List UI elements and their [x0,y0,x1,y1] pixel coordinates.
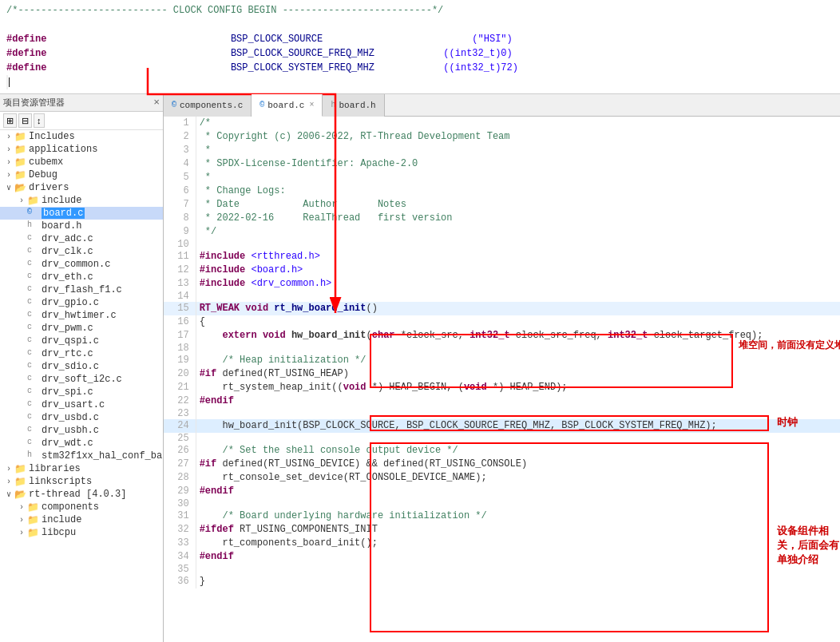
sidebar-tree[interactable]: › 📁 Includes › 📁 applications › 📁 cubemx [0,130,163,642]
top-line-3: #define BSP_CLOCK_SOURCE ("HSI") [6,32,834,46]
linkscripts-arrow: › [3,478,14,486]
sidebar-item-drv-usbd[interactable]: c drv_usbd.c [0,411,163,424]
includes-folder-icon: 📁 [14,131,27,142]
sidebar-item-drv-sdio[interactable]: c drv_sdio.c [0,360,163,373]
sidebar-item-linkscripts[interactable]: › 📁 linkscripts [0,475,163,488]
code-line-14: 14 [164,291,840,302]
sidebar-btn-3[interactable]: ↕ [34,113,45,128]
code-line-6: 6 * Change Logs: [164,184,840,198]
sidebar-item-drivers[interactable]: ∨ 📂 drivers [0,181,163,194]
tab-board-h[interactable]: h board.h [323,94,384,117]
drv-clk-icon: c [27,246,40,257]
code-line-15: 15 RT_WEAK void rt_hw_board_init() [164,302,840,315]
code-line-20: 20 #if defined(RT_USING_HEAP) [164,367,840,381]
code-line-31: 31 /* Board underlying hardware initiali… [164,509,840,523]
sidebar-item-drv-clk[interactable]: c drv_clk.c [0,245,163,258]
code-line-4: 4 * SPDX-License-Identifier: Apache-2.0 [164,157,840,171]
sidebar-item-include[interactable]: › 📁 include [0,194,163,207]
sidebar-item-drv-eth[interactable]: c drv_eth.c [0,271,163,283]
sidebar-item-drv-soft-i2c[interactable]: c drv_soft_i2c.c [0,373,163,386]
sidebar-item-drv-qspi[interactable]: c drv_qspi.c [0,335,163,347]
sidebar: 项目资源管理器 × ⊞ ⊟ ↕ › 📁 Includes › 📁 applica… [0,94,164,642]
code-line-16: 16 { [164,315,840,329]
stm32-hal-icon: h [27,450,40,462]
sidebar-item-libcpu[interactable]: › 📁 libcpu [0,526,163,539]
include-label: include [42,195,81,206]
sidebar-item-cubemx[interactable]: › 📁 cubemx [0,156,163,168]
top-line-5: #define BSP_CLOCK_SYSTEM_FREQ_MHZ ((int3… [6,61,834,75]
components-arrow: › [16,503,27,512]
drv-usbd-icon: c [27,412,40,423]
sidebar-btn-2[interactable]: ⊟ [18,113,32,128]
sidebar-item-board-h[interactable]: h board.h [0,220,163,232]
libraries-folder-icon: 📁 [14,463,27,474]
sidebar-item-libraries[interactable]: › 📁 libraries [0,462,163,475]
code-line-23: 23 [164,408,840,419]
sidebar-item-drv-adc[interactable]: c drv_adc.c [0,232,163,245]
libcpu-arrow: › [16,529,27,537]
sidebar-item-components[interactable]: › 📁 components [0,501,163,513]
define-name-1 [53,34,225,45]
sidebar-item-drv-usart[interactable]: c drv_usart.c [0,398,163,411]
define-kw-2: #define [6,48,46,59]
tab-components-c[interactable]: © components.c [164,94,252,117]
define-val-1: ("HSI") [472,34,512,45]
sidebar-btn-1[interactable]: ⊞ [3,113,17,128]
drv-adc-icon: c [27,233,40,244]
tab-board-h-label: board.h [339,101,376,110]
sidebar-item-applications[interactable]: › 📁 applications [0,143,163,156]
debug-label: Debug [29,169,57,180]
sidebar-item-stm32-hal[interactable]: h stm32f1xx_hal_conf_ba [0,450,163,462]
tab-board-c[interactable]: © board.c × [252,94,323,117]
define-name-1b: BSP_CLOCK_SOURCE [231,34,323,45]
sidebar-title: 项目资源管理器 [3,97,153,109]
board-c-icon: © [27,208,40,219]
code-line-18: 18 [164,343,840,354]
drv-adc-label: drv_adc.c [42,233,93,244]
code-line-28: 28 rt_console_set_device(RT_CONSOLE_DEVI… [164,471,840,485]
sidebar-item-includes[interactable]: › 📁 Includes [0,130,163,143]
drv-sdio-icon: c [27,361,40,372]
sidebar-item-drv-spi[interactable]: c drv_spi.c [0,386,163,398]
code-line-11: 11 #include <rtthread.h> [164,250,840,264]
tab-bar: © components.c © board.c × h board.h [164,94,840,117]
code-line-12: 12 #include <board.h> [164,264,840,277]
sidebar-close-btn[interactable]: × [153,97,160,109]
sidebar-item-drv-rtc[interactable]: c drv_rtc.c [0,347,163,360]
sidebar-item-drv-usbh[interactable]: c drv_usbh.c [0,424,163,437]
cubemx-arrow: › [3,158,14,167]
top-line-6: | [6,75,834,89]
board-c-label: board.c [42,208,85,219]
sidebar-item-drv-flash[interactable]: c drv_flash_f1.c [0,283,163,296]
drv-pwm-icon: c [27,323,40,334]
stm32-hal-label: stm32f1xx_hal_conf_ba [42,450,162,462]
sidebar-item-debug[interactable]: › 📁 Debug [0,168,163,181]
drivers-folder-icon: 📂 [14,182,27,193]
rt-include-arrow: › [16,516,27,525]
sidebar-item-drv-gpio[interactable]: c drv_gpio.c [0,296,163,309]
sidebar-item-drv-common[interactable]: c drv_common.c [0,258,163,271]
define-spaces-2 [380,48,438,59]
tab-board-c-close[interactable]: × [309,101,314,109]
tab-board-h-icon: h [331,101,335,109]
code-line-24: 24 hw_board_init(BSP_CLOCK_SOURCE, BSP_C… [164,419,840,433]
define-val-2: ((int32_t)0) [443,48,512,59]
code-line-3: 3 * [164,144,840,157]
define-val-3: ((int32_t)72) [443,62,518,73]
sidebar-item-board-c[interactable]: © board.c [0,207,163,220]
applications-arrow: › [3,145,14,154]
code-line-10: 10 [164,239,840,250]
components-label: components [42,501,99,513]
sidebar-item-rt-thread[interactable]: ∨ 📂 rt-thread [4.0.3] [0,488,163,501]
sidebar-item-drv-pwm[interactable]: c drv_pwm.c [0,322,163,335]
drv-qspi-label: drv_qspi.c [42,335,99,347]
code-editor[interactable]: 1 /* 2 * Copyright (c) 2006-2022, RT-Thr… [164,117,840,642]
sidebar-item-drv-wdt[interactable]: c drv_wdt.c [0,437,163,450]
sidebar-item-rt-include[interactable]: › 📁 include [0,513,163,526]
drv-wdt-icon: c [27,438,40,449]
linkscripts-folder-icon: 📁 [14,476,27,487]
sidebar-item-drv-hwtimer[interactable]: c drv_hwtimer.c [0,309,163,322]
code-line-25: 25 [164,433,840,444]
code-line-21: 21 rt_system_heap_init((void *) HEAP_BEG… [164,381,840,394]
applications-label: applications [29,144,97,155]
